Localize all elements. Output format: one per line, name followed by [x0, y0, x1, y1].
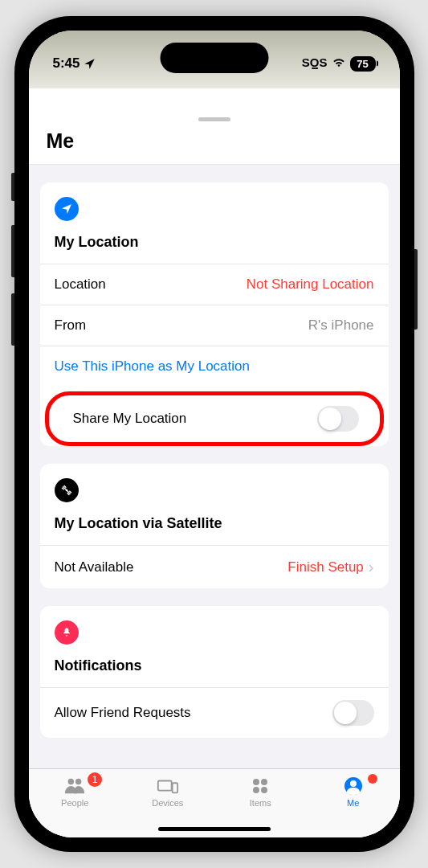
satellite-section: My Location via Satellite Not Available …: [40, 464, 389, 588]
svg-point-2: [75, 779, 81, 784]
devices-icon: [157, 776, 179, 796]
home-indicator[interactable]: [158, 827, 271, 831]
tab-me[interactable]: Me: [307, 776, 400, 808]
location-arrow-icon: [55, 197, 79, 221]
location-label: Location: [55, 276, 106, 293]
people-icon: [63, 776, 86, 796]
share-my-location-label: Share My Location: [73, 411, 187, 427]
svg-point-1: [68, 779, 74, 784]
tab-people-label: People: [61, 798, 88, 808]
tab-devices[interactable]: Devices: [121, 776, 214, 808]
finish-setup-label: Finish Setup: [287, 559, 364, 575]
location-value: Not Sharing Location: [247, 276, 374, 293]
svg-point-5: [253, 779, 259, 785]
allow-friend-requests-label: Allow Friend Requests: [55, 705, 191, 721]
from-row[interactable]: From R's iPhone: [40, 305, 389, 346]
satellite-icon: [55, 478, 79, 502]
svg-rect-4: [172, 783, 177, 792]
tab-devices-label: Devices: [152, 798, 183, 808]
satellite-header: My Location via Satellite: [40, 509, 389, 545]
dynamic-island: [160, 43, 268, 73]
my-location-header: My Location: [40, 227, 389, 264]
location-row[interactable]: Location Not Sharing Location: [40, 264, 389, 305]
bell-icon: [55, 620, 79, 645]
not-available-label: Not Available: [55, 559, 134, 575]
tab-items[interactable]: Items: [214, 776, 308, 808]
location-services-icon: [84, 58, 96, 70]
svg-point-6: [261, 779, 267, 785]
share-my-location-row: Share My Location: [59, 397, 373, 440]
svg-point-8: [261, 787, 267, 793]
tab-me-label: Me: [347, 798, 359, 808]
phone-frame: 5:45 SOS •••• 75: [14, 16, 414, 852]
notifications-header: Notifications: [40, 651, 389, 687]
svg-point-10: [350, 780, 357, 787]
svg-rect-3: [158, 780, 172, 790]
from-label: From: [55, 317, 87, 334]
people-badge: 1: [88, 772, 102, 787]
satellite-status-row[interactable]: Not Available Finish Setup ›: [40, 545, 389, 588]
my-location-section: My Location Location Not Sharing Locatio…: [40, 182, 389, 446]
tab-people[interactable]: 1 People: [29, 776, 122, 808]
use-this-iphone-link[interactable]: Use This iPhone as My Location: [40, 346, 389, 387]
sheet-grabber[interactable]: [198, 117, 230, 121]
me-badge-dot: [368, 774, 377, 784]
allow-friend-requests-toggle[interactable]: [332, 700, 374, 726]
sheet-content[interactable]: My Location Location Not Sharing Locatio…: [29, 165, 400, 768]
share-my-location-toggle[interactable]: [317, 406, 359, 432]
notifications-section: Notifications Allow Friend Requests: [40, 606, 389, 738]
tab-items-label: Items: [250, 798, 271, 808]
chevron-right-icon: ›: [369, 558, 374, 576]
status-time: 5:45: [53, 55, 80, 72]
highlight-annotation: Share My Location: [45, 391, 384, 446]
battery-indicator: 75: [350, 56, 376, 72]
wifi-icon: [332, 55, 346, 72]
from-value: R's iPhone: [308, 317, 374, 334]
svg-point-7: [253, 787, 259, 793]
sheet-title: Me: [29, 125, 400, 165]
settings-sheet: Me My Location Location: [29, 111, 400, 837]
items-icon: [249, 776, 271, 796]
svg-point-0: [65, 489, 67, 492]
sos-indicator: SOS ••••: [302, 56, 328, 72]
screen: 5:45 SOS •••• 75: [29, 31, 400, 837]
me-icon: [342, 776, 365, 796]
allow-friend-requests-row: Allow Friend Requests: [40, 687, 389, 738]
